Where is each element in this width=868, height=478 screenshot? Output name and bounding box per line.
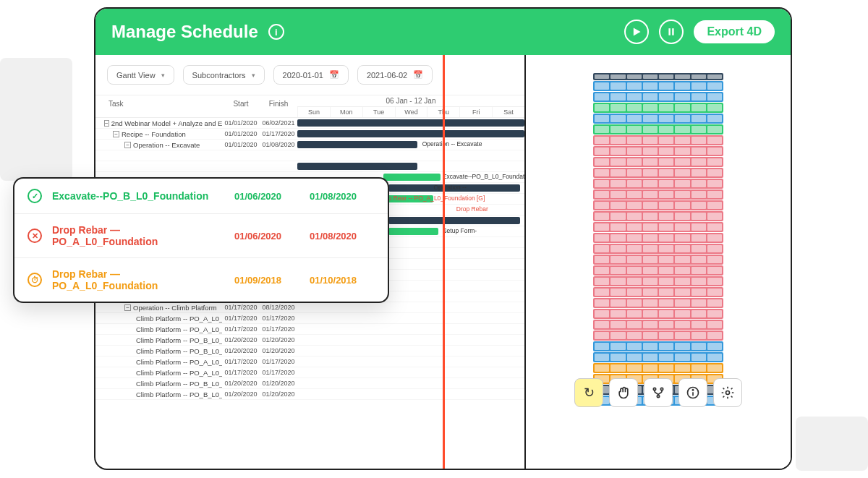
expand-toggle[interactable]: − bbox=[124, 142, 131, 148]
export-4d-button[interactable]: Export 4D bbox=[694, 20, 775, 43]
gantt-row[interactable]: −Operation -- Climb Platform01/17/202008… bbox=[95, 302, 524, 313]
building-floor[interactable] bbox=[593, 92, 723, 102]
finish-cell: 01/17/2020 bbox=[260, 325, 297, 333]
building-floor[interactable] bbox=[593, 320, 723, 330]
building-floor[interactable] bbox=[593, 298, 723, 308]
start-cell: 01/20/2020 bbox=[222, 347, 260, 354]
task-cell: Climb Platform -- PO_A_L0_Core V bbox=[95, 325, 222, 333]
building-floor[interactable] bbox=[593, 135, 723, 145]
gantt-row[interactable]: Climb Platform -- PO_A_L0_Core V01/17/20… bbox=[95, 324, 524, 335]
popup-date-end: 01/08/2020 bbox=[310, 191, 375, 202]
gantt-row[interactable]: Climb Platform -- PO_B_L0_Core V01/20/20… bbox=[95, 389, 524, 400]
bar-cell bbox=[297, 389, 524, 399]
building-floor[interactable] bbox=[593, 330, 723, 341]
gantt-row[interactable]: Climb Platform -- PO_B_L0_Core V01/20/20… bbox=[95, 378, 524, 389]
page-title: Manage Schedule bbox=[111, 22, 258, 42]
gantt-row[interactable]: Climb Platform -- PO_A_L0_Core V01/17/20… bbox=[95, 367, 524, 378]
building-floor[interactable] bbox=[593, 211, 723, 221]
start-cell: 01/17/2020 bbox=[222, 325, 260, 333]
gantt-row[interactable]: Climb Platform -- PO_B_L0_Core V01/20/20… bbox=[95, 346, 524, 357]
gantt-row[interactable]: −Operation -- Excavate01/01/202001/08/20… bbox=[95, 140, 524, 150]
bar-cell bbox=[297, 150, 524, 161]
building-floor[interactable] bbox=[593, 124, 723, 135]
bar-cell bbox=[297, 346, 524, 356]
building-floor[interactable] bbox=[593, 287, 723, 297]
svg-point-4 bbox=[660, 388, 663, 390]
gantt-bar[interactable] bbox=[388, 228, 438, 235]
building-floor[interactable] bbox=[593, 168, 723, 178]
start-cell: 01/20/2020 bbox=[222, 336, 260, 343]
popup-task-name: Excavate--PO_B_L0_Foundation bbox=[52, 190, 224, 202]
gantt-bar[interactable] bbox=[297, 130, 524, 137]
gantt-row[interactable]: −Recipe -- Foundation01/01/202001/17/202… bbox=[95, 129, 524, 140]
building-model[interactable] bbox=[593, 73, 723, 406]
building-floor[interactable] bbox=[593, 363, 723, 373]
bar-label: Excavate--PO_B_L0_Foundation [ bbox=[443, 173, 526, 180]
viewer-3d-pane[interactable]: ↻ bbox=[526, 55, 791, 469]
task-cell: Climb Platform -- PO_A_L0_Core V bbox=[95, 369, 222, 377]
popup-row[interactable]: ✓Excavate--PO_B_L0_Foundation01/06/20200… bbox=[14, 179, 388, 214]
view-select[interactable]: Gantt View▾ bbox=[107, 65, 174, 85]
gantt-bar[interactable] bbox=[297, 163, 417, 170]
gantt-row[interactable] bbox=[95, 161, 524, 172]
date-start-input[interactable]: 2020-01-01📅 bbox=[273, 65, 349, 85]
building-floor[interactable] bbox=[593, 255, 723, 265]
bg-decoration-right bbox=[796, 417, 868, 471]
task-cell: Climb Platform -- PO_B_L0_Core V bbox=[95, 390, 222, 398]
finish-cell: 01/17/2020 bbox=[260, 130, 297, 137]
building-floor[interactable] bbox=[593, 341, 723, 351]
expand-toggle[interactable]: − bbox=[124, 304, 131, 311]
building-floor[interactable] bbox=[593, 103, 723, 113]
building-floor[interactable] bbox=[593, 189, 723, 200]
expand-toggle[interactable]: − bbox=[104, 120, 109, 127]
building-floor[interactable] bbox=[593, 265, 723, 276]
gantt-bar[interactable] bbox=[297, 119, 524, 127]
gantt-row[interactable]: Climb Platform -- PO_A_L0_Core V01/17/20… bbox=[95, 357, 524, 367]
playhead-marker[interactable] bbox=[443, 55, 445, 469]
chevron-down-icon: ▾ bbox=[161, 72, 165, 79]
gantt-row[interactable]: Climb Platform -- PO_B_L0_Core V01/20/20… bbox=[95, 335, 524, 346]
gantt-row[interactable]: Climb Platform -- PO_A_L0_Core V01/17/20… bbox=[95, 313, 524, 324]
expand-toggle[interactable]: − bbox=[113, 131, 119, 137]
start-cell: 01/17/2020 bbox=[222, 315, 260, 322]
bar-cell bbox=[297, 324, 524, 334]
task-status-popup: ✓Excavate--PO_B_L0_Foundation01/06/20200… bbox=[13, 177, 389, 303]
play-icon[interactable] bbox=[624, 20, 649, 44]
building-floor[interactable] bbox=[593, 179, 723, 189]
gantt-row[interactable]: −2nd Webinar Model + Analyze and Exp01/0… bbox=[95, 118, 524, 129]
date-end-input[interactable]: 2021-06-02📅 bbox=[357, 65, 433, 85]
gear-icon[interactable] bbox=[713, 378, 742, 407]
day-header: Mon bbox=[330, 107, 362, 117]
hand-icon[interactable] bbox=[609, 378, 638, 407]
gantt-bar[interactable] bbox=[388, 217, 520, 224]
gantt-bar[interactable] bbox=[383, 174, 441, 181]
building-floor[interactable] bbox=[593, 73, 723, 80]
popup-row[interactable]: ✕Drop Rebar — PO_A_L0_Foundation01/06/20… bbox=[14, 214, 388, 258]
info-icon[interactable]: i bbox=[268, 24, 284, 40]
building-floor[interactable] bbox=[593, 114, 723, 124]
popup-date-start: 01/09/2018 bbox=[234, 275, 299, 286]
building-floor[interactable] bbox=[593, 200, 723, 210]
building-floor[interactable] bbox=[593, 146, 723, 156]
redo-icon[interactable]: ↻ bbox=[574, 378, 603, 407]
building-floor[interactable] bbox=[593, 157, 723, 167]
building-floor[interactable] bbox=[593, 222, 723, 232]
building-floor[interactable] bbox=[593, 244, 723, 254]
branch-icon[interactable] bbox=[644, 378, 673, 407]
building-floor[interactable] bbox=[593, 309, 723, 319]
bar-label: Operation -- bbox=[433, 184, 466, 191]
gantt-row[interactable] bbox=[95, 150, 524, 161]
building-floor[interactable] bbox=[593, 352, 723, 362]
status-icon: ✕ bbox=[27, 229, 42, 243]
svg-point-5 bbox=[657, 395, 659, 397]
building-floor[interactable] bbox=[593, 233, 723, 243]
info-icon[interactable] bbox=[678, 378, 707, 407]
status-icon: ✓ bbox=[27, 189, 42, 203]
building-floor[interactable] bbox=[593, 276, 723, 286]
building-floor[interactable] bbox=[593, 81, 723, 91]
finish-cell: 01/17/2020 bbox=[260, 369, 297, 376]
pause-icon[interactable] bbox=[659, 20, 684, 44]
gantt-bar[interactable] bbox=[297, 141, 417, 148]
popup-row[interactable]: ⏱Drop Rebar — PO_A_L0_Foundation01/09/20… bbox=[14, 258, 388, 302]
filter-select[interactable]: Subcontractors▾ bbox=[183, 65, 265, 85]
